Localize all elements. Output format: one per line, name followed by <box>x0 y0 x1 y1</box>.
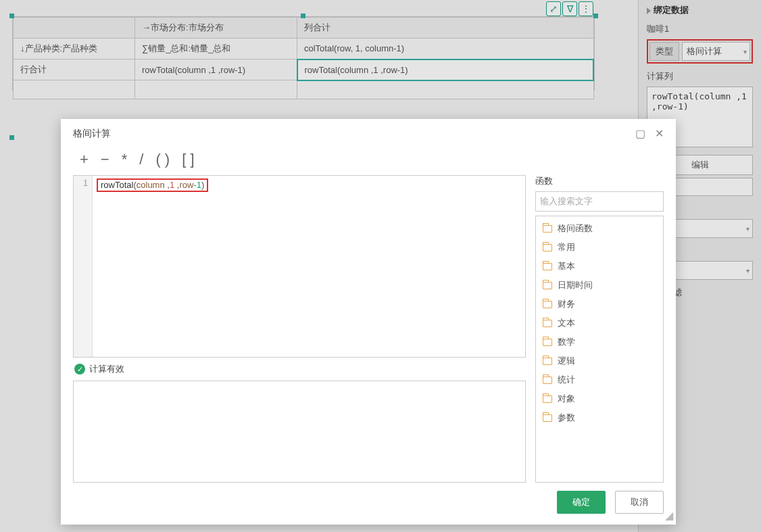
folder-icon <box>543 244 552 251</box>
cancel-button[interactable]: 取消 <box>615 491 664 514</box>
func-cat-4[interactable]: 财务 <box>536 295 663 314</box>
func-cat-9[interactable]: 对象 <box>536 389 663 408</box>
operator-row: + − * / ( ) [ ] <box>73 148 664 175</box>
func-cat-5[interactable]: 文本 <box>536 314 663 333</box>
folder-icon <box>543 414 552 422</box>
folder-icon <box>543 377 552 384</box>
modal-title: 格间计算 <box>73 128 111 140</box>
check-icon: ✓ <box>74 364 85 374</box>
func-cat-2[interactable]: 基本 <box>536 257 663 276</box>
func-cat-6[interactable]: 数学 <box>536 333 663 352</box>
func-cat-8[interactable]: 统计 <box>536 370 663 389</box>
resize-grip-icon[interactable]: ◢ <box>665 509 673 522</box>
validation-text: 计算有效 <box>89 363 124 375</box>
op-div[interactable]: / <box>139 151 143 168</box>
modal-header: 格间计算 ▢ ✕ <box>61 119 676 148</box>
line-number: 1 <box>74 176 92 191</box>
folder-icon <box>543 225 552 233</box>
folder-icon <box>543 395 552 403</box>
op-minus[interactable]: − <box>101 151 109 168</box>
close-icon[interactable]: ✕ <box>655 127 664 140</box>
maximize-icon[interactable]: ▢ <box>635 127 645 140</box>
folder-icon <box>543 358 552 365</box>
op-bracket[interactable]: [ ] <box>182 151 194 168</box>
formula-editor[interactable]: 1 rowTotal(column ,1 ,row-1) <box>73 175 526 358</box>
func-cat-10[interactable]: 参数 <box>536 408 663 427</box>
func-header: 函数 <box>535 175 664 191</box>
func-list: 格间函数 常用 基本 日期时间 财务 文本 数学 逻辑 统计 对象 参数 <box>535 216 664 483</box>
ok-button[interactable]: 确定 <box>557 491 606 514</box>
func-cat-1[interactable]: 常用 <box>536 238 663 257</box>
folder-icon <box>543 301 552 308</box>
folder-icon <box>543 282 552 289</box>
op-paren[interactable]: ( ) <box>155 151 170 168</box>
modal-dialog: 格间计算 ▢ ✕ + − * / ( ) [ ] 1 rowTotal(colu… <box>61 119 676 525</box>
folder-icon <box>543 320 552 327</box>
op-mul[interactable]: * <box>122 151 128 168</box>
func-cat-7[interactable]: 逻辑 <box>536 352 663 370</box>
validation-row: ✓ 计算有效 <box>73 358 526 381</box>
func-cat-3[interactable]: 日期时间 <box>536 276 663 295</box>
op-plus[interactable]: + <box>80 151 89 168</box>
preview-box[interactable] <box>73 381 526 483</box>
func-cat-0[interactable]: 格间函数 <box>536 219 663 238</box>
formula-line: rowTotal(column ,1 ,row-1) <box>97 178 208 192</box>
folder-icon <box>543 339 552 346</box>
folder-icon <box>543 263 552 270</box>
formula-highlight: rowTotal(column ,1 ,row-1) <box>97 178 208 192</box>
func-search-input[interactable]: 输入搜索文字 <box>535 191 664 212</box>
modal-footer: 确定 取消 <box>61 483 676 525</box>
